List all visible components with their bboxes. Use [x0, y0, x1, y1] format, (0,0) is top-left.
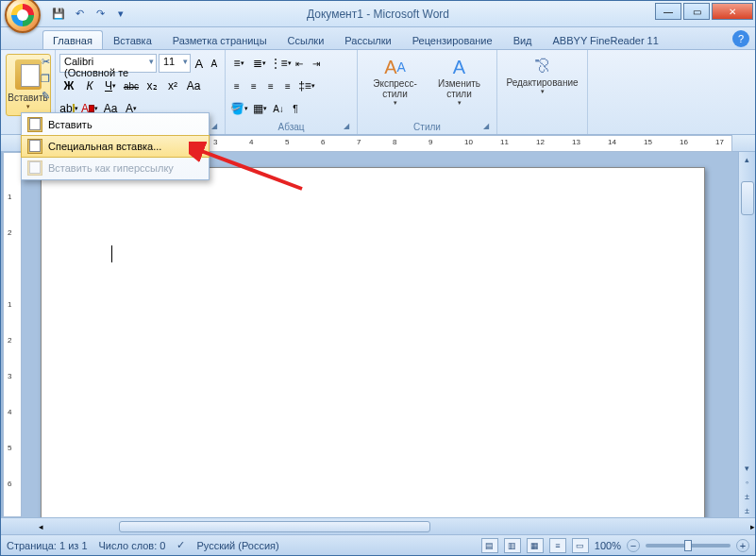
shrink-font-button[interactable]: A	[208, 54, 221, 73]
tab-mailings[interactable]: Рассылки	[334, 30, 401, 49]
quick-access-toolbar: 💾 ↶ ↷ ▾	[50, 6, 129, 23]
bullets-button[interactable]: ≡▾	[229, 54, 248, 73]
status-bar: Страница: 1 из 1 Число слов: 0 ✓ Русский…	[1, 534, 755, 555]
italic-button[interactable]: К	[80, 76, 99, 95]
quick-styles-button[interactable]: AA Экспресс-стили ▾	[366, 56, 425, 110]
tab-insert[interactable]: Вставка	[103, 30, 162, 49]
tab-view[interactable]: Вид	[503, 30, 543, 49]
paragraph-dialog-launcher[interactable]: ◢	[344, 122, 353, 131]
paragraph-group: ≡▾ ≣▾ ⋮≡▾ ⇤ ⇥ ≡ ≡ ≡ ≡ ‡≡▾ 🪣▾ ▦▾ A↓ ¶ Абз…	[226, 50, 358, 134]
scrollbar-thumb[interactable]	[741, 181, 754, 215]
grow-font-button[interactable]: A	[193, 54, 206, 73]
language-status[interactable]: Русский (Россия)	[196, 540, 278, 551]
format-painter-button[interactable]: ✎	[38, 88, 53, 103]
styles-group: AA Экспресс-стили ▾ A Изменить стили ▾ С…	[358, 50, 497, 134]
title-bar: 💾 ↶ ↷ ▾ Документ1 - Microsoft Word — ▭ ✕	[1, 1, 755, 27]
line-spacing-button[interactable]: ‡≡▾	[297, 76, 316, 95]
paste-link-icon	[25, 159, 44, 177]
tab-layout[interactable]: Разметка страницы	[162, 30, 277, 49]
align-center-button[interactable]: ≡	[246, 76, 261, 95]
help-button[interactable]: ?	[732, 30, 749, 47]
menu-item-paste-special[interactable]: Специальная вставка...	[21, 135, 210, 158]
undo-button[interactable]: ↶	[71, 6, 88, 23]
quick-styles-icon: AA	[382, 56, 409, 78]
full-screen-view-button[interactable]: ▥	[504, 538, 521, 553]
redo-button[interactable]: ↷	[92, 6, 109, 23]
tab-home[interactable]: Главная	[42, 30, 103, 49]
font-name-combo[interactable]: Calibri (Основной те	[59, 54, 157, 73]
paste-menu: Вставить Специальная вставка... Вставить…	[21, 112, 210, 180]
spell-check-icon[interactable]: ✓	[176, 539, 185, 551]
next-page-icon[interactable]: ±	[739, 503, 755, 517]
draft-view-button[interactable]: ▭	[572, 538, 589, 553]
change-styles-button[interactable]: A Изменить стили ▾	[430, 56, 489, 110]
underline-button[interactable]: Ч▾	[101, 76, 120, 95]
decrease-indent-button[interactable]: ⇤	[292, 54, 307, 73]
styles-group-label: Стили	[358, 122, 496, 132]
tab-abbyy[interactable]: ABBYY FineReader 11	[543, 30, 669, 49]
show-marks-button[interactable]: ¶	[288, 99, 303, 118]
zoom-level[interactable]: 100%	[595, 540, 621, 551]
web-layout-view-button[interactable]: ▦	[527, 538, 544, 553]
align-right-button[interactable]: ≡	[263, 76, 278, 95]
maximize-button[interactable]: ▭	[683, 3, 710, 20]
ribbon-tabs: Главная Вставка Разметка страницы Ссылки…	[1, 27, 755, 50]
tab-review[interactable]: Рецензирование	[402, 30, 503, 49]
subscript-button[interactable]: x₂	[143, 76, 161, 95]
window-controls: — ▭ ✕	[655, 8, 755, 20]
print-layout-view-button[interactable]: ▤	[481, 538, 498, 553]
scroll-down-icon[interactable]: ▾	[739, 461, 755, 475]
numbering-button[interactable]: ≣▾	[250, 54, 269, 73]
word-count[interactable]: Число слов: 0	[99, 540, 166, 551]
multilevel-button[interactable]: ⋮≡▾	[271, 54, 290, 73]
font-dialog-launcher[interactable]: ◢	[211, 122, 221, 131]
hscrollbar-thumb[interactable]	[119, 521, 430, 532]
scroll-up-icon[interactable]: ▴	[739, 152, 755, 166]
document-page[interactable]	[41, 167, 705, 517]
horizontal-scrollbar[interactable]: ◂ ▸	[1, 517, 755, 534]
save-button[interactable]: 💾	[50, 6, 67, 23]
browse-object-icon[interactable]: ◦	[739, 475, 755, 489]
font-size-combo[interactable]: 11	[159, 54, 191, 73]
justify-button[interactable]: ≡	[280, 76, 295, 95]
qat-customize-icon[interactable]: ▾	[112, 6, 129, 23]
scroll-left-icon[interactable]: ◂	[39, 522, 43, 531]
zoom-in-button[interactable]: +	[736, 539, 749, 552]
office-button[interactable]	[5, 0, 41, 33]
document-area: 1212345678910 ▴ ▾ ◦ ± ±	[1, 152, 755, 517]
align-left-button[interactable]: ≡	[229, 76, 244, 95]
sort-button[interactable]: A↓	[271, 99, 286, 118]
menu-item-paste-hyperlink: Вставить как гиперссылку	[22, 157, 209, 179]
copy-button[interactable]: ❐	[38, 71, 53, 86]
cut-button[interactable]: ✂	[38, 54, 53, 69]
bold-button[interactable]: Ж	[59, 76, 78, 95]
window-title: Документ1 - Microsoft Word	[307, 8, 449, 21]
shading-button[interactable]: 🪣▾	[229, 99, 248, 118]
page-viewport[interactable]	[22, 152, 738, 517]
zoom-out-button[interactable]: −	[627, 539, 640, 552]
zoom-slider-knob[interactable]	[684, 540, 692, 551]
prev-page-icon[interactable]: ±	[739, 489, 755, 503]
vertical-ruler[interactable]: 1212345678910	[3, 152, 22, 517]
close-button[interactable]: ✕	[712, 3, 753, 20]
vertical-scrollbar[interactable]: ▴ ▾ ◦ ± ±	[738, 152, 755, 517]
menu-item-paste[interactable]: Вставить	[22, 113, 209, 136]
superscript-button[interactable]: x²	[163, 76, 182, 95]
editing-button[interactable]: 🙔 Редактирование ▾	[505, 52, 580, 107]
change-case-button[interactable]: Aa	[184, 76, 203, 95]
strike-button[interactable]: abc	[122, 76, 141, 95]
scroll-right-icon[interactable]: ▸	[750, 522, 755, 531]
increase-indent-button[interactable]: ⇥	[309, 54, 324, 73]
outline-view-button[interactable]: ≡	[549, 538, 566, 553]
editing-group: 🙔 Редактирование ▾	[497, 50, 588, 134]
minimize-button[interactable]: —	[655, 3, 681, 20]
page-status[interactable]: Страница: 1 из 1	[7, 540, 88, 551]
zoom-slider[interactable]	[646, 544, 731, 548]
paste-icon	[25, 115, 44, 134]
change-styles-icon: A	[446, 56, 473, 78]
tab-references[interactable]: Ссылки	[277, 30, 335, 49]
paragraph-group-label: Абзац	[226, 122, 357, 132]
paste-special-icon	[25, 137, 44, 156]
styles-dialog-launcher[interactable]: ◢	[483, 122, 493, 131]
borders-button[interactable]: ▦▾	[250, 99, 269, 118]
